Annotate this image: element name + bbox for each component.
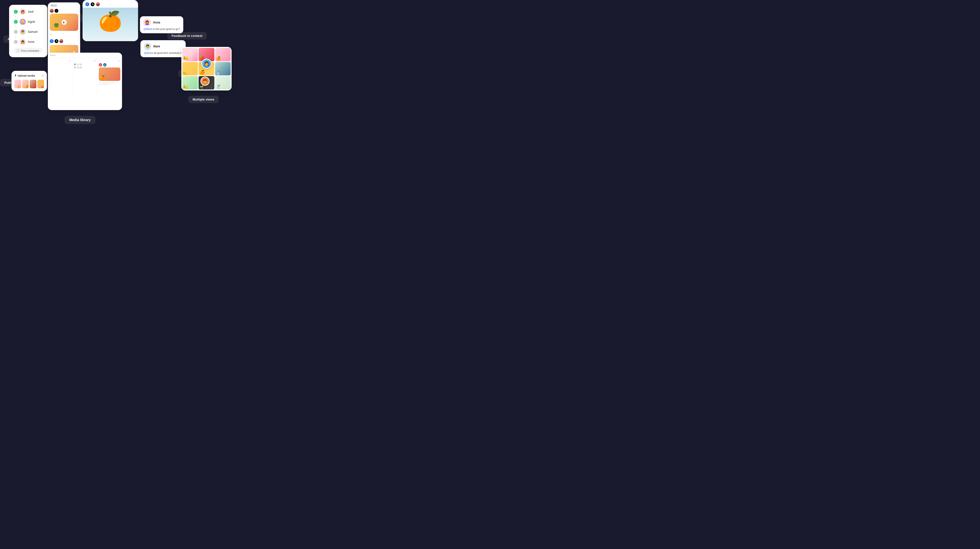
time-1: 12:15: [76, 63, 82, 65]
cb-text-mark: @Anna all good let's schedule it.: [144, 51, 182, 55]
approval-row-anne: 👧 Anne: [14, 39, 43, 45]
facebook-icon-main: f: [86, 2, 89, 6]
thumb-orange-img: [99, 67, 120, 81]
upload-header: ⬆ Upload media ✕: [14, 74, 44, 77]
cb-header-anna: 👩‍🦱 Anna: [143, 19, 180, 26]
time-2: 15:20: [76, 66, 82, 69]
scene: Approvals Publishing Planning Feedback i…: [0, 0, 245, 137]
day-label-wed: WED: [48, 2, 80, 8]
media-thumb-4[interactable]: [37, 80, 44, 88]
social-icons-row-cal: G in: [99, 63, 120, 67]
time-slot-1: 12:15: [74, 63, 95, 65]
time-dot-blue: [74, 64, 76, 65]
orange-emoji: 🍊: [98, 10, 122, 33]
mini-line-2: [99, 84, 110, 85]
main-post-top: f 𝕏 📸: [83, 0, 138, 8]
media-thumb-3[interactable]: [30, 80, 37, 88]
upload-icon: ⬆: [14, 74, 16, 77]
collab-avatar-2-emoji: 👨: [203, 79, 207, 84]
gallery-cell-3: 🍊: [215, 48, 231, 61]
instagram-icon-main: 📸: [96, 2, 100, 6]
name-anne: Anne: [28, 40, 35, 43]
approval-row-samuel: 👨 Samuel: [14, 29, 43, 35]
time-slot-2: 15:20: [74, 66, 95, 69]
cb-text-anna: @Mark is this post good to go?: [143, 27, 180, 31]
cal-date-9: 9: [49, 60, 71, 62]
gallery-cell-1: [182, 48, 198, 61]
gallery-cell-4: [182, 62, 198, 75]
media-thumb-2[interactable]: [22, 80, 29, 88]
comment-bubble-mark: 👨 Mark @Anna all good let's schedule it.: [140, 40, 186, 57]
cb-avatar-mark: 👨: [144, 43, 151, 50]
fruit-image-1: ▶: [50, 14, 78, 31]
mini-line-1: [99, 82, 114, 83]
avatar-ingrid: 👱: [20, 19, 26, 25]
cal-body: 9 10 12:15 15:20 11 G in: [48, 58, 122, 101]
social-icons-row-2: f 𝕏 📸: [48, 38, 80, 44]
collab-avatar-2: 👨: [200, 76, 210, 86]
cb-name-mark: Mark: [153, 45, 160, 48]
cal-mini-lines: [99, 82, 120, 85]
instagram-icon-1: 📸: [50, 9, 54, 13]
day-col-wed: WED: [48, 53, 73, 58]
multiple-views-label: Multiple views: [188, 96, 219, 103]
approvals-card: ✓ 👩 Jack ✓ 👱 Ingrid 👨 Samuel 👧 Anne 🕐 Po: [9, 5, 48, 57]
instagram-icon-2: 📸: [59, 39, 63, 43]
avatar-jack: 👩: [20, 9, 26, 15]
status-ingrid: ✓: [14, 20, 18, 24]
name-ingrid: Ingrid: [28, 20, 35, 24]
name-jack: Jack: [28, 10, 34, 13]
gallery-cell-9: 🥤: [215, 76, 231, 89]
status-anne: [14, 40, 18, 44]
upload-media-card: ⬆ Upload media ✕: [11, 71, 47, 91]
gallery-cell-7: 🍋: [182, 76, 198, 89]
twitter-icon-1: 𝕏: [54, 39, 58, 43]
planning-card: WED 📸 ♪ ▶ ✓ f 𝕏 📸: [48, 2, 80, 58]
cb-header-mark: 👨 Mark: [144, 43, 182, 50]
cal-date-10: 10: [74, 60, 95, 62]
approval-row-jack: ✓ 👩 Jack: [14, 9, 43, 15]
cal-grid-card: WED 9 10 12:15 15:20: [48, 53, 122, 110]
name-samuel: Samuel: [28, 30, 38, 33]
cb-mention-anna: @Mark: [143, 27, 152, 30]
media-thumb-1[interactable]: [14, 80, 21, 88]
status-samuel: [14, 30, 18, 34]
upload-close-button[interactable]: ✕: [41, 74, 44, 77]
collab-avatar-1-emoji: 👩: [204, 61, 209, 66]
time-dot-yellow: [74, 67, 76, 68]
social-icons-row-1: 📸 ♪: [48, 8, 80, 14]
clock-icon: 🕐: [16, 49, 20, 52]
main-post-card: f 𝕏 📸 🍊: [83, 0, 138, 41]
cal-grid-header: WED: [48, 53, 122, 58]
scheduled-badge: 🕐 Post scheduled: [14, 48, 43, 53]
day-col-fri: [97, 53, 122, 58]
cal-cell-11: 11 G in: [97, 58, 122, 101]
cb-mention-mark: @Anna: [144, 51, 153, 54]
cal-cell-9: 9: [48, 58, 73, 101]
media-library-label: Media library: [65, 116, 95, 124]
day-col-thu: [73, 53, 97, 58]
google-icon-cal: G: [99, 63, 102, 67]
media-grid: [14, 80, 44, 88]
cal-post-1: ▶: [50, 14, 78, 31]
avatar-samuel: 👨: [20, 29, 26, 35]
facebook-icon-1: f: [50, 39, 54, 43]
avatar-anne: 👧: [20, 39, 26, 45]
scheduled-text: Post scheduled: [21, 49, 39, 52]
approval-row-ingrid: ✓ 👱 Ingrid: [14, 19, 43, 25]
cal-thumb-11: [99, 67, 120, 81]
cb-avatar-anna: 👩‍🦱: [143, 19, 151, 26]
comment-bubble-anna: 👩‍🦱 Anna @Mark is this post good to go?: [140, 16, 183, 33]
twitter-icon-main: 𝕏: [91, 2, 94, 6]
gallery-cell-6: 🥤: [215, 62, 231, 75]
cal-cell-10: 10 12:15 15:20: [73, 58, 97, 101]
cb-name-anna: Anna: [153, 21, 160, 24]
cal-date-11: 11: [99, 60, 120, 62]
upload-title: ⬆ Upload media: [14, 74, 35, 77]
linkedin-icon-cal: in: [103, 63, 107, 67]
collab-avatar-1: 👩: [202, 59, 212, 69]
main-post-image: 🍊: [83, 8, 138, 41]
tiktok-icon-1: ♪: [54, 9, 58, 13]
status-jack: ✓: [14, 10, 18, 14]
play-button[interactable]: ▶: [62, 20, 67, 25]
